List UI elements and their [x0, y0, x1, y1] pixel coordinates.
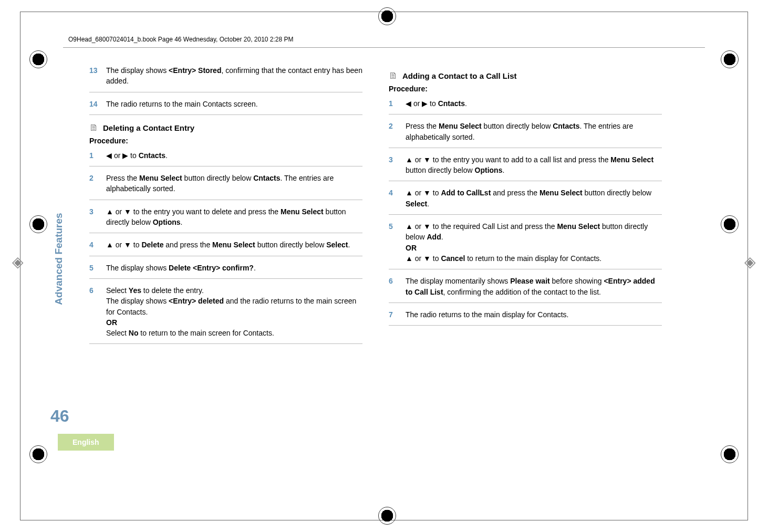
step-number: 2 [89, 173, 101, 194]
right-column: 🗎 Adding a Contact to a Call List Proced… [389, 63, 662, 348]
step-number: 7 [389, 309, 400, 320]
document-icon: 🗎 [89, 122, 99, 133]
step-row: 1◀ or ▶ to Cntacts. [389, 96, 662, 114]
step-text: The display momentarily shows Please wai… [406, 276, 662, 297]
step-text: ▲ or ▼ to Add to CallLst and press the M… [406, 187, 662, 209]
step-number: 13 [89, 65, 101, 87]
step-text: ▲ or ▼ to Delete and press the Menu Sele… [106, 239, 362, 250]
document-icon: 🗎 [389, 70, 398, 81]
step-text: ▲ or ▼ to the entry you want to add to a… [406, 154, 662, 176]
step-row: 5The display shows Delete <Entry> confir… [89, 260, 362, 279]
step-text: ◀ or ▶ to Cntacts. [106, 150, 362, 161]
step-number: 1 [389, 98, 400, 109]
step-text: ▲ or ▼ to the required Call List and pre… [406, 221, 662, 264]
header-text: O9Head_68007024014_b.book Page 46 Wednes… [68, 36, 294, 43]
step-row: 6Select Yes to delete the entry.The disp… [89, 283, 362, 344]
registration-mark: ◈ [741, 252, 760, 271]
registration-target [378, 7, 396, 25]
step-text: The display shows <Entry> Stored, confir… [106, 65, 362, 87]
step-number: 6 [389, 276, 400, 297]
step-row: 7The radio returns to the main display f… [389, 307, 662, 326]
registration-target [721, 215, 739, 233]
step-row: 14 The radio returns to the main Contact… [89, 97, 362, 115]
section-heading: 🗎 Deleting a Contact Entry [89, 122, 362, 133]
step-text: ◀ or ▶ to Cntacts. [406, 98, 662, 109]
step-number: 14 [89, 99, 101, 109]
step-text: The display shows Delete <Entry> confirm… [106, 263, 362, 273]
step-number: 4 [89, 239, 101, 250]
registration-target [29, 215, 47, 233]
registration-target [29, 445, 47, 463]
step-row: 2Press the Menu Select button directly b… [89, 171, 362, 200]
step-number: 1 [89, 150, 101, 161]
procedure-label: Procedure: [389, 85, 662, 93]
registration-mark: ◈ [8, 252, 27, 271]
step-text: Press the Menu Select button directly be… [406, 121, 662, 142]
procedure-label: Procedure: [89, 137, 362, 145]
step-number: 2 [389, 121, 400, 142]
step-number: 6 [89, 285, 101, 338]
left-column: 13 The display shows <Entry> Stored, con… [89, 63, 362, 348]
step-number: 3 [389, 154, 400, 176]
step-row: 5▲ or ▼ to the required Call List and pr… [389, 219, 662, 269]
step-text: Press the Menu Select button directly be… [106, 173, 362, 194]
section-title: Adding a Contact to a Call List [402, 71, 517, 80]
registration-target [721, 445, 739, 463]
step-row: 3▲ or ▼ to the entry you want to delete … [89, 204, 362, 234]
step-number: 4 [389, 187, 400, 209]
page-content: 13 The display shows <Entry> Stored, con… [58, 63, 710, 485]
step-number: 5 [89, 263, 101, 273]
step-text: ▲ or ▼ to the entry you want to delete a… [106, 206, 362, 228]
registration-target [721, 50, 739, 68]
step-text: The radio returns to the main display fo… [406, 309, 662, 320]
step-text: Select Yes to delete the entry.The displ… [106, 285, 362, 338]
step-row: 2Press the Menu Select button directly b… [389, 119, 662, 148]
step-row: 3▲ or ▼ to the entry you want to add to … [389, 152, 662, 182]
step-row: 4▲ or ▼ to Add to CallLst and press the … [389, 185, 662, 215]
section-heading: 🗎 Adding a Contact to a Call List [389, 70, 662, 81]
step-row: 1◀ or ▶ to Cntacts. [89, 148, 362, 166]
step-row: 6The display momentarily shows Please wa… [389, 274, 662, 303]
step-row: 13 The display shows <Entry> Stored, con… [89, 63, 362, 92]
step-row: 4▲ or ▼ to Delete and press the Menu Sel… [89, 237, 362, 256]
step-text: The radio returns to the main Contacts s… [106, 99, 362, 109]
header-rule [63, 47, 705, 48]
section-title: Deleting a Contact Entry [103, 123, 194, 132]
registration-target [378, 507, 396, 525]
step-number: 5 [389, 221, 400, 264]
registration-target [29, 50, 47, 68]
step-number: 3 [89, 206, 101, 228]
